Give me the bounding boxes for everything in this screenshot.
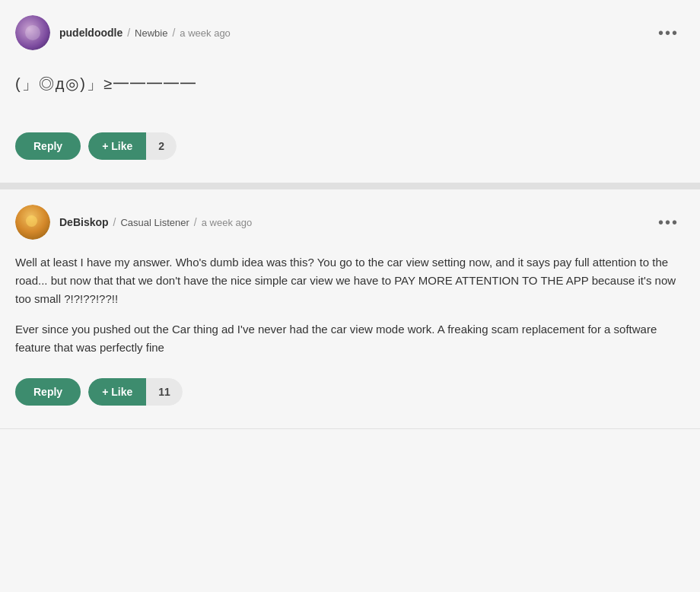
comment-paragraph-2: Ever since you pushed out the Car thing … xyxy=(15,320,685,357)
user-info: DeBiskop / Casual Listener / a week ago xyxy=(59,216,252,228)
timestamp: a week ago xyxy=(202,217,253,228)
separator: / xyxy=(172,27,175,39)
comment-paragraph-1: Well at least I have my answer. Who's du… xyxy=(15,253,685,308)
reply-button[interactable]: Reply xyxy=(15,132,81,160)
avatar xyxy=(15,205,50,240)
like-group: + Like 2 xyxy=(88,132,177,160)
more-options-button[interactable]: ••• xyxy=(652,211,685,234)
comment-item: DeBiskop / Casual Listener / a week ago … xyxy=(0,189,700,429)
emoticon-text: (」◎д◎)」≥━━━━━ xyxy=(15,64,685,103)
like-count: 2 xyxy=(146,132,177,160)
separator: / xyxy=(194,216,197,228)
username: DeBiskop xyxy=(59,216,109,228)
user-role: Newbie xyxy=(135,27,167,39)
comment-body: Well at least I have my answer. Who's du… xyxy=(15,253,685,372)
comment-item: pudeldoodle / Newbie / a week ago ••• (」… xyxy=(0,0,700,183)
comment-divider xyxy=(0,183,700,189)
comment-actions: Reply + Like 11 xyxy=(15,378,685,406)
comment-header: pudeldoodle / Newbie / a week ago ••• xyxy=(15,15,685,50)
comment-actions: Reply + Like 2 xyxy=(15,132,685,160)
username: pudeldoodle xyxy=(59,27,123,39)
user-role: Casual Listener xyxy=(120,217,189,228)
like-button[interactable]: + Like xyxy=(88,378,146,406)
like-count: 11 xyxy=(146,378,183,406)
more-options-button[interactable]: ••• xyxy=(652,21,685,45)
avatar xyxy=(15,15,50,50)
like-group: + Like 11 xyxy=(88,378,183,406)
separator: / xyxy=(113,216,116,228)
comment-header: DeBiskop / Casual Listener / a week ago … xyxy=(15,205,685,240)
user-info: pudeldoodle / Newbie / a week ago xyxy=(59,27,231,39)
comment-body: (」◎д◎)」≥━━━━━ xyxy=(15,64,685,126)
like-button[interactable]: + Like xyxy=(88,132,146,160)
comment-header-left: DeBiskop / Casual Listener / a week ago xyxy=(15,205,252,240)
timestamp: a week ago xyxy=(180,27,231,39)
comment-header-left: pudeldoodle / Newbie / a week ago xyxy=(15,15,231,50)
separator: / xyxy=(127,27,130,39)
reply-button[interactable]: Reply xyxy=(15,378,81,406)
